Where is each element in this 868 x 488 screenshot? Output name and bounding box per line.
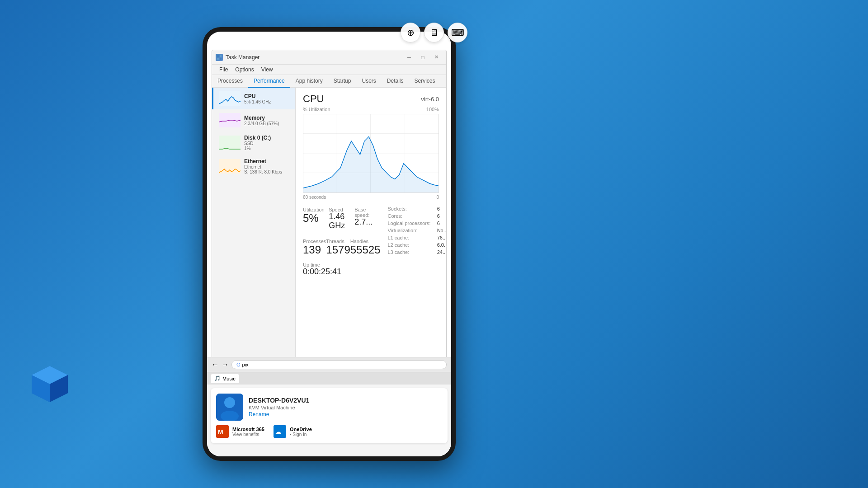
browser-back[interactable]: ← <box>212 361 219 369</box>
l2-label: L2 cache: <box>388 241 434 249</box>
memory-detail: 2.3/4.0 GB (57%) <box>244 121 290 126</box>
computer-type: KVM Virtual Machine <box>249 405 309 410</box>
cpu-label: CPU <box>244 93 290 99</box>
disk-detail2: 1% <box>244 146 290 151</box>
window-controls: ─ □ ✕ <box>403 53 443 62</box>
secondary-stats-grid: Processes 139 Threads 1579 Handles 55525 <box>303 237 381 258</box>
cpu-model: virt-6.0 <box>421 96 439 103</box>
tab-services[interactable]: Services <box>409 75 441 88</box>
browser-tabs: 🎵 Music <box>207 372 451 385</box>
cpu-header: CPU virt-6.0 <box>303 93 439 105</box>
zoom-button[interactable]: ⊕ <box>401 23 420 42</box>
menu-options[interactable]: Options <box>231 66 257 74</box>
address-bar[interactable]: G pix <box>231 360 447 369</box>
rename-link[interactable]: Rename <box>249 411 309 418</box>
spec-grid: Sockets: 6 Cores: 6 Logical processors: … <box>388 205 447 256</box>
tab-users[interactable]: Users <box>356 75 381 88</box>
sidebar-item-cpu[interactable]: CPU 5% 1.46 GHz <box>212 88 295 109</box>
l2-value: 6.0... <box>437 241 446 249</box>
base-speed-label: Base speed: <box>354 207 380 218</box>
sidebar-item-disk[interactable]: Disk 0 (C:) SSD 1% <box>212 131 295 155</box>
spec-panel: Sockets: 6 Cores: 6 Logical processors: … <box>388 205 447 277</box>
cpu-mini-graph <box>219 91 241 106</box>
handles-value: 55525 <box>350 244 381 256</box>
ms365-logo: M <box>216 425 229 438</box>
tab-performance[interactable]: Performance <box>248 75 290 88</box>
uptime-value: 0:00:25:41 <box>303 267 381 277</box>
sockets-value: 6 <box>437 205 446 212</box>
onedrive-action: • Sign In <box>290 432 312 437</box>
stats-row: Utilization 5% Speed 1.46 GHz Base speed… <box>303 205 439 277</box>
device-screen: Task Manager ─ □ ✕ File Options View Pro… <box>207 32 451 456</box>
tab-startup[interactable]: Startup <box>328 75 357 88</box>
l3-label: L3 cache: <box>388 249 434 256</box>
computer-info-panel: DESKTOP-D6V2VU1 KVM Virtual Machine Rena… <box>211 388 448 443</box>
processes-label: Processes <box>303 239 326 244</box>
threads-value: 1579 <box>326 244 350 256</box>
title-bar: Task Manager ─ □ ✕ <box>212 50 446 65</box>
svg-text:M: M <box>218 428 223 436</box>
ms365-action: View benefits <box>232 432 264 437</box>
max-label: 100% <box>426 107 439 112</box>
base-speed-value: 2.7... <box>354 218 380 227</box>
cores-label: Cores: <box>388 212 434 220</box>
app-icon <box>216 54 223 61</box>
onedrive-name: OneDrive <box>290 427 312 432</box>
processes-value: 139 <box>303 244 326 256</box>
speed-stat-value: 1.46 GHz <box>329 212 354 230</box>
minimize-button[interactable]: ─ <box>403 53 415 62</box>
disk-detail1: SSD <box>244 141 290 146</box>
tab-processes[interactable]: Processes <box>212 75 248 88</box>
primary-stats-grid: Utilization 5% Speed 1.46 GHz Base speed… <box>303 205 381 232</box>
ms365-info: Microsoft 365 View benefits <box>232 427 264 437</box>
onedrive-entry: ☁ OneDrive • Sign In <box>274 425 312 438</box>
apps-row: M Microsoft 365 View benefits ☁ <box>216 425 442 438</box>
ms365-name: Microsoft 365 <box>232 427 264 432</box>
ethernet-mini-graph <box>219 159 241 174</box>
l1-value: 76... <box>437 234 446 241</box>
blue-cube-icon <box>27 361 72 407</box>
memory-mini-graph <box>219 113 241 127</box>
ethernet-label: Ethernet <box>244 158 290 164</box>
threads-stat: Threads 1579 <box>326 237 350 258</box>
keyboard-button[interactable]: ⌨ <box>448 23 467 42</box>
music-tab[interactable]: 🎵 Music <box>211 374 239 383</box>
graph-footer: 60 seconds 0 <box>303 195 439 200</box>
menu-bar: File Options View <box>212 65 446 75</box>
virt-label: Virtualization: <box>388 227 434 234</box>
device-frame: Task Manager ─ □ ✕ File Options View Pro… <box>203 27 456 461</box>
handles-stat: Handles 55525 <box>350 237 381 258</box>
microsoft-365-entry: M Microsoft 365 View benefits <box>216 425 264 438</box>
tab-app-history[interactable]: App history <box>290 75 328 88</box>
tab-details[interactable]: Details <box>382 75 409 88</box>
sockets-label: Sockets: <box>388 205 434 212</box>
logical-value: 6 <box>437 220 446 227</box>
browser-forward[interactable]: → <box>222 361 229 369</box>
remote-button[interactable]: 🖥 <box>424 23 444 42</box>
menu-view[interactable]: View <box>258 66 277 74</box>
svg-rect-7 <box>220 58 222 60</box>
svg-rect-10 <box>219 136 241 150</box>
utilization-labels: % Utilization 100% <box>303 107 439 112</box>
utilization-stat: Utilization 5% <box>303 205 329 232</box>
close-button[interactable]: ✕ <box>430 53 443 62</box>
stats-left: Utilization 5% Speed 1.46 GHz Base speed… <box>303 205 381 277</box>
sidebar-item-memory[interactable]: Memory 2.3/4.0 GB (57%) <box>212 109 295 131</box>
computer-avatar <box>216 394 243 421</box>
svg-rect-5 <box>220 55 222 57</box>
cores-value: 6 <box>437 212 446 220</box>
zero-label: 0 <box>436 195 439 200</box>
browser-toolbar: ← → G pix <box>207 357 451 372</box>
ethernet-detail1: Ethernet <box>244 164 290 169</box>
cpu-sidebar-info: CPU 5% 1.46 GHz <box>244 93 290 104</box>
computer-text-info: DESKTOP-D6V2VU1 KVM Virtual Machine Rena… <box>249 397 309 418</box>
memory-label: Memory <box>244 115 290 121</box>
l3-value: 24... <box>437 249 446 256</box>
svg-text:☁: ☁ <box>275 428 281 436</box>
toolbar-overlay: ⊕ 🖥 ⌨ <box>401 23 467 42</box>
menu-file[interactable]: File <box>216 66 231 74</box>
svg-point-20 <box>224 397 235 408</box>
maximize-button[interactable]: □ <box>416 53 429 62</box>
sidebar-item-ethernet[interactable]: Ethernet Ethernet S: 136 R: 8.0 Kbps <box>212 155 295 178</box>
onedrive-icon: ☁ <box>274 425 286 438</box>
